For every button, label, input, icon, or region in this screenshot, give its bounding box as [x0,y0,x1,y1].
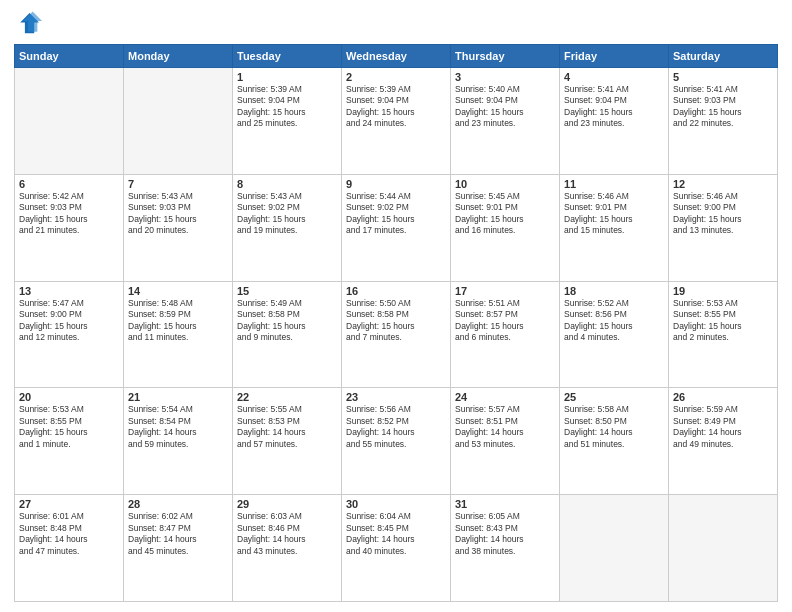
calendar-table: Sunday Monday Tuesday Wednesday Thursday… [14,44,778,602]
day-number: 22 [237,391,337,403]
table-row: 20Sunrise: 5:53 AM Sunset: 8:55 PM Dayli… [15,388,124,495]
day-number: 8 [237,178,337,190]
table-row: 4Sunrise: 5:41 AM Sunset: 9:04 PM Daylig… [560,68,669,175]
day-details: Sunrise: 5:58 AM Sunset: 8:50 PM Dayligh… [564,404,664,450]
day-number: 4 [564,71,664,83]
day-details: Sunrise: 5:47 AM Sunset: 9:00 PM Dayligh… [19,298,119,344]
day-number: 31 [455,498,555,510]
day-number: 16 [346,285,446,297]
table-row: 15Sunrise: 5:49 AM Sunset: 8:58 PM Dayli… [233,281,342,388]
table-row: 11Sunrise: 5:46 AM Sunset: 9:01 PM Dayli… [560,174,669,281]
day-details: Sunrise: 5:48 AM Sunset: 8:59 PM Dayligh… [128,298,228,344]
table-row: 29Sunrise: 6:03 AM Sunset: 8:46 PM Dayli… [233,495,342,602]
day-number: 29 [237,498,337,510]
day-details: Sunrise: 5:41 AM Sunset: 9:03 PM Dayligh… [673,84,773,130]
table-row: 24Sunrise: 5:57 AM Sunset: 8:51 PM Dayli… [451,388,560,495]
day-details: Sunrise: 6:04 AM Sunset: 8:45 PM Dayligh… [346,511,446,557]
day-number: 11 [564,178,664,190]
table-row: 22Sunrise: 5:55 AM Sunset: 8:53 PM Dayli… [233,388,342,495]
day-details: Sunrise: 5:53 AM Sunset: 8:55 PM Dayligh… [19,404,119,450]
day-details: Sunrise: 5:52 AM Sunset: 8:56 PM Dayligh… [564,298,664,344]
day-details: Sunrise: 5:39 AM Sunset: 9:04 PM Dayligh… [346,84,446,130]
table-row [15,68,124,175]
calendar-week-row: 27Sunrise: 6:01 AM Sunset: 8:48 PM Dayli… [15,495,778,602]
day-number: 17 [455,285,555,297]
day-number: 28 [128,498,228,510]
day-details: Sunrise: 6:02 AM Sunset: 8:47 PM Dayligh… [128,511,228,557]
day-number: 6 [19,178,119,190]
col-sunday: Sunday [15,45,124,68]
day-details: Sunrise: 5:50 AM Sunset: 8:58 PM Dayligh… [346,298,446,344]
table-row: 30Sunrise: 6:04 AM Sunset: 8:45 PM Dayli… [342,495,451,602]
day-details: Sunrise: 5:56 AM Sunset: 8:52 PM Dayligh… [346,404,446,450]
table-row: 21Sunrise: 5:54 AM Sunset: 8:54 PM Dayli… [124,388,233,495]
table-row: 6Sunrise: 5:42 AM Sunset: 9:03 PM Daylig… [15,174,124,281]
col-thursday: Thursday [451,45,560,68]
table-row: 16Sunrise: 5:50 AM Sunset: 8:58 PM Dayli… [342,281,451,388]
day-number: 2 [346,71,446,83]
table-row: 5Sunrise: 5:41 AM Sunset: 9:03 PM Daylig… [669,68,778,175]
day-details: Sunrise: 5:45 AM Sunset: 9:01 PM Dayligh… [455,191,555,237]
header [14,10,778,38]
table-row [669,495,778,602]
day-details: Sunrise: 5:46 AM Sunset: 9:01 PM Dayligh… [564,191,664,237]
col-tuesday: Tuesday [233,45,342,68]
table-row: 17Sunrise: 5:51 AM Sunset: 8:57 PM Dayli… [451,281,560,388]
table-row: 18Sunrise: 5:52 AM Sunset: 8:56 PM Dayli… [560,281,669,388]
col-monday: Monday [124,45,233,68]
day-details: Sunrise: 5:53 AM Sunset: 8:55 PM Dayligh… [673,298,773,344]
table-row: 27Sunrise: 6:01 AM Sunset: 8:48 PM Dayli… [15,495,124,602]
calendar-week-row: 6Sunrise: 5:42 AM Sunset: 9:03 PM Daylig… [15,174,778,281]
day-details: Sunrise: 5:39 AM Sunset: 9:04 PM Dayligh… [237,84,337,130]
calendar-week-row: 20Sunrise: 5:53 AM Sunset: 8:55 PM Dayli… [15,388,778,495]
day-number: 5 [673,71,773,83]
day-details: Sunrise: 5:40 AM Sunset: 9:04 PM Dayligh… [455,84,555,130]
calendar-header-row: Sunday Monday Tuesday Wednesday Thursday… [15,45,778,68]
day-number: 24 [455,391,555,403]
table-row: 14Sunrise: 5:48 AM Sunset: 8:59 PM Dayli… [124,281,233,388]
day-number: 7 [128,178,228,190]
day-number: 9 [346,178,446,190]
col-friday: Friday [560,45,669,68]
table-row: 2Sunrise: 5:39 AM Sunset: 9:04 PM Daylig… [342,68,451,175]
calendar-week-row: 13Sunrise: 5:47 AM Sunset: 9:00 PM Dayli… [15,281,778,388]
table-row: 3Sunrise: 5:40 AM Sunset: 9:04 PM Daylig… [451,68,560,175]
table-row: 7Sunrise: 5:43 AM Sunset: 9:03 PM Daylig… [124,174,233,281]
col-wednesday: Wednesday [342,45,451,68]
day-details: Sunrise: 5:43 AM Sunset: 9:03 PM Dayligh… [128,191,228,237]
day-number: 15 [237,285,337,297]
day-number: 19 [673,285,773,297]
day-number: 27 [19,498,119,510]
day-number: 23 [346,391,446,403]
day-number: 14 [128,285,228,297]
day-details: Sunrise: 5:59 AM Sunset: 8:49 PM Dayligh… [673,404,773,450]
day-details: Sunrise: 5:41 AM Sunset: 9:04 PM Dayligh… [564,84,664,130]
day-number: 18 [564,285,664,297]
table-row: 8Sunrise: 5:43 AM Sunset: 9:02 PM Daylig… [233,174,342,281]
day-details: Sunrise: 5:55 AM Sunset: 8:53 PM Dayligh… [237,404,337,450]
page: Sunday Monday Tuesday Wednesday Thursday… [0,0,792,612]
table-row: 10Sunrise: 5:45 AM Sunset: 9:01 PM Dayli… [451,174,560,281]
table-row [560,495,669,602]
table-row: 26Sunrise: 5:59 AM Sunset: 8:49 PM Dayli… [669,388,778,495]
day-number: 10 [455,178,555,190]
day-number: 25 [564,391,664,403]
table-row: 1Sunrise: 5:39 AM Sunset: 9:04 PM Daylig… [233,68,342,175]
day-details: Sunrise: 5:46 AM Sunset: 9:00 PM Dayligh… [673,191,773,237]
col-saturday: Saturday [669,45,778,68]
day-details: Sunrise: 5:44 AM Sunset: 9:02 PM Dayligh… [346,191,446,237]
table-row: 9Sunrise: 5:44 AM Sunset: 9:02 PM Daylig… [342,174,451,281]
day-number: 20 [19,391,119,403]
day-number: 12 [673,178,773,190]
table-row: 31Sunrise: 6:05 AM Sunset: 8:43 PM Dayli… [451,495,560,602]
day-details: Sunrise: 6:03 AM Sunset: 8:46 PM Dayligh… [237,511,337,557]
day-number: 21 [128,391,228,403]
table-row: 13Sunrise: 5:47 AM Sunset: 9:00 PM Dayli… [15,281,124,388]
day-details: Sunrise: 5:51 AM Sunset: 8:57 PM Dayligh… [455,298,555,344]
day-details: Sunrise: 5:57 AM Sunset: 8:51 PM Dayligh… [455,404,555,450]
table-row: 25Sunrise: 5:58 AM Sunset: 8:50 PM Dayli… [560,388,669,495]
table-row: 19Sunrise: 5:53 AM Sunset: 8:55 PM Dayli… [669,281,778,388]
calendar-week-row: 1Sunrise: 5:39 AM Sunset: 9:04 PM Daylig… [15,68,778,175]
day-details: Sunrise: 5:54 AM Sunset: 8:54 PM Dayligh… [128,404,228,450]
day-details: Sunrise: 6:05 AM Sunset: 8:43 PM Dayligh… [455,511,555,557]
